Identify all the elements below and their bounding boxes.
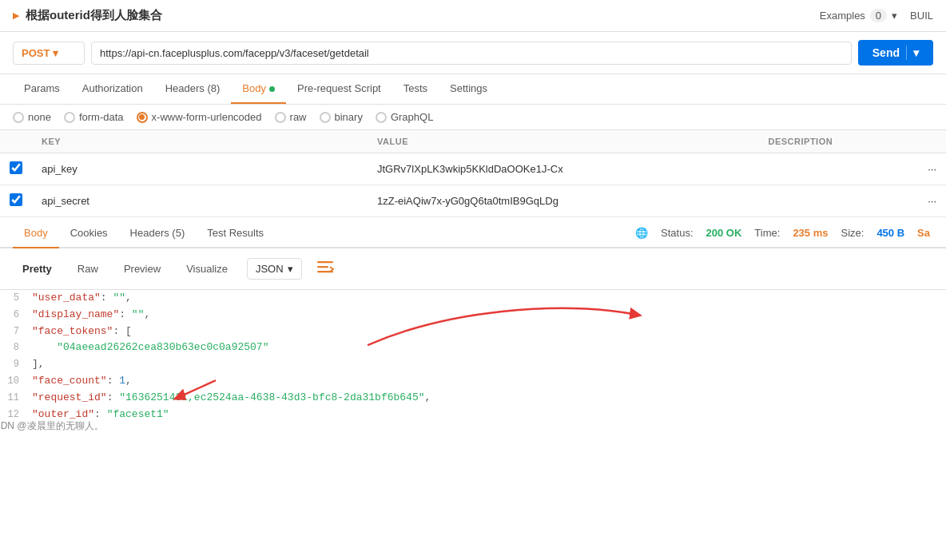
line-num-6: 6 <box>0 307 32 323</box>
col-value-header: VALUE <box>368 130 758 153</box>
url-bar: POST ▾ Send ▾ <box>0 32 946 74</box>
col-key-header: KEY <box>32 130 368 153</box>
line-content-5: "user_data": "", <box>32 290 946 307</box>
line-num-8: 8 <box>0 340 32 355</box>
radio-none[interactable]: none <box>13 111 51 123</box>
body-active-dot <box>269 86 275 92</box>
radio-raw-label: raw <box>290 111 307 123</box>
body-type-selector: none form-data x-www-form-urlencoded raw… <box>0 105 946 130</box>
method-chevron-icon: ▾ <box>53 47 58 59</box>
line-content-7: "face_tokens": [ <box>32 324 946 340</box>
radio-none-label: none <box>28 111 51 123</box>
top-bar: ▶ 根据outerid得到人脸集合 Examples 0 ▾ BUIL <box>0 0 946 32</box>
line-content-6: "display_name": "", <box>32 307 946 324</box>
json-line-8: 8 "04aeead26262cea830b63ec0c0a92507" <box>0 340 946 356</box>
wrap-button[interactable] <box>308 255 342 283</box>
radio-graphql[interactable]: GraphQL <box>376 111 433 123</box>
radio-form-data-circle <box>64 112 75 123</box>
send-chevron-icon: ▾ <box>913 46 919 59</box>
status-label: Status: <box>661 227 693 239</box>
method-label: POST <box>22 47 50 59</box>
line-num-9: 9 <box>0 356 32 372</box>
format-select[interactable]: JSON ▾ <box>247 258 302 280</box>
collapse-arrow[interactable]: ▶ <box>13 10 19 21</box>
format-chevron-icon: ▾ <box>288 263 293 275</box>
time-label: Time: <box>754 227 780 239</box>
resp-tab-test-results[interactable]: Test Results <box>196 219 275 248</box>
params-table: KEY VALUE DESCRIPTION api_key JtGRv7lXpL… <box>0 130 946 217</box>
resp-tab-body[interactable]: Body <box>13 219 59 248</box>
response-status-bar: 🌐 Status: 200 OK Time: 235 ms Size: 450 … <box>635 227 933 239</box>
svg-rect-1 <box>317 266 328 268</box>
line-content-9: ], <box>32 356 946 373</box>
send-label: Send <box>872 46 900 59</box>
tab-body[interactable]: Body <box>231 74 286 104</box>
row1-desc <box>758 153 918 185</box>
tab-prerequest[interactable]: Pre-request Script <box>286 74 392 104</box>
row1-checkbox[interactable] <box>10 161 22 174</box>
line-num-11: 11 <box>0 390 32 406</box>
chevron-down-icon[interactable]: ▾ <box>892 10 897 22</box>
json-content-wrapper: 5 "user_data": "", 6 "display_name": "",… <box>0 290 946 439</box>
svg-rect-0 <box>317 261 333 263</box>
format-label: JSON <box>256 263 284 275</box>
radio-form-data[interactable]: form-data <box>64 111 124 123</box>
fmt-tab-preview[interactable]: Preview <box>114 258 170 280</box>
line-content-11: "request_id": "1636251431,ec2524aa-4638-… <box>32 390 946 407</box>
json-viewer: 5 "user_data": "", 6 "display_name": "",… <box>0 290 946 423</box>
row2-desc <box>758 185 918 217</box>
fmt-tab-pretty[interactable]: Pretty <box>13 258 62 280</box>
col-checkbox-header <box>0 130 32 153</box>
url-input[interactable] <box>91 42 852 65</box>
line-content-10: "face_count": 1, <box>32 373 946 390</box>
radio-binary-circle <box>320 112 331 123</box>
radio-form-data-label: form-data <box>79 111 124 123</box>
line-num-10: 10 <box>0 373 32 389</box>
row2-checkbox[interactable] <box>10 193 22 206</box>
tab-authorization[interactable]: Authorization <box>71 74 154 104</box>
json-line-10: 10 "face_count": 1, <box>0 373 946 390</box>
save-response-button[interactable]: Sa <box>917 227 930 239</box>
row1-more: ··· <box>918 153 946 185</box>
row1-value[interactable]: JtGRv7lXpLK3wkip5KKldDaOOKe1J-Cx <box>368 153 758 185</box>
resp-tab-headers[interactable]: Headers (5) <box>119 219 197 248</box>
col-more-header <box>918 130 946 153</box>
table-row: api_key JtGRv7lXpLK3wkip5KKldDaOOKe1J-Cx… <box>0 153 946 185</box>
build-button[interactable]: BUIL <box>910 10 933 22</box>
fmt-tab-visualize[interactable]: Visualize <box>177 258 237 280</box>
radio-raw[interactable]: raw <box>275 111 307 123</box>
request-tabs: Params Authorization Headers (8) Body Pr… <box>0 74 946 105</box>
tab-headers[interactable]: Headers (8) <box>154 74 232 104</box>
line-num-5: 5 <box>0 290 32 306</box>
globe-icon: 🌐 <box>635 227 648 239</box>
size-label: Size: <box>841 227 864 239</box>
row2-more: ··· <box>918 185 946 217</box>
radio-urlencoded-circle <box>137 112 148 123</box>
row2-value[interactable]: 1zZ-eiAQiw7x-yG0gQ6ta0tmIB9GqLDg <box>368 185 758 217</box>
row1-key[interactable]: api_key <box>32 153 368 185</box>
examples-area: Examples 0 ▾ <box>820 9 897 22</box>
response-tabs: Body Cookies Headers (5) Test Results 🌐 … <box>0 219 946 248</box>
tab-tests[interactable]: Tests <box>392 74 439 104</box>
page-title: 根据outerid得到人脸集合 <box>26 8 820 23</box>
resp-tab-cookies[interactable]: Cookies <box>59 219 119 248</box>
radio-raw-circle <box>275 112 286 123</box>
method-select[interactable]: POST ▾ <box>13 42 85 65</box>
tab-params[interactable]: Params <box>13 74 71 104</box>
status-value: 200 OK <box>706 227 742 239</box>
examples-label: Examples <box>820 10 865 22</box>
table-row: api_secret 1zZ-eiAQiw7x-yG0gQ6ta0tmIB9Gq… <box>0 185 946 217</box>
radio-urlencoded[interactable]: x-www-form-urlencoded <box>137 111 262 123</box>
row2-key[interactable]: api_secret <box>32 185 368 217</box>
json-line-6: 6 "display_name": "", <box>0 307 946 324</box>
send-button[interactable]: Send ▾ <box>858 40 933 66</box>
line-content-8: "04aeead26262cea830b63ec0c0a92507" <box>32 340 946 356</box>
json-line-5: 5 "user_data": "", <box>0 290 946 307</box>
tab-settings[interactable]: Settings <box>439 74 499 104</box>
radio-binary[interactable]: binary <box>320 111 363 123</box>
radio-none-circle <box>13 112 24 123</box>
fmt-tab-raw[interactable]: Raw <box>68 258 108 280</box>
radio-binary-label: binary <box>335 111 363 123</box>
radio-urlencoded-label: x-www-form-urlencoded <box>152 111 262 123</box>
radio-graphql-label: GraphQL <box>391 111 433 123</box>
